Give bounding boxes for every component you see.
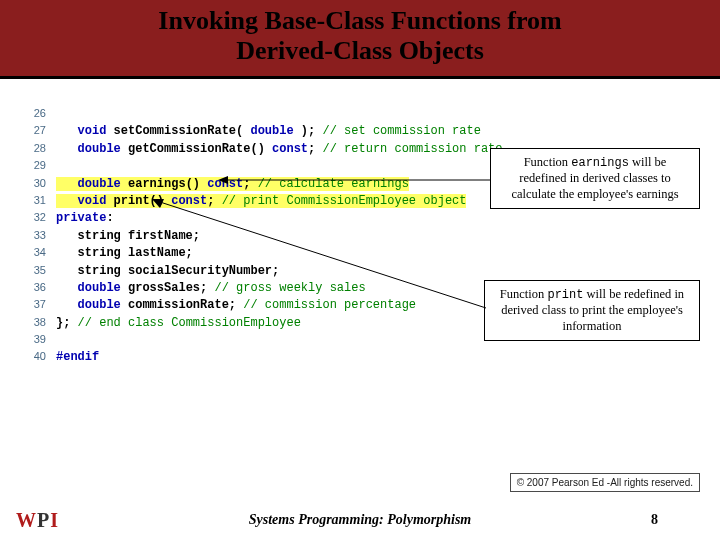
- callout-earnings: Function earnings will be redefined in d…: [490, 148, 700, 209]
- title-line-1: Invoking Base-Class Functions from: [158, 6, 561, 35]
- wpi-logo: WPI: [16, 509, 58, 532]
- title-bar: Invoking Base-Class Functions from Deriv…: [0, 0, 720, 79]
- slide-title: Invoking Base-Class Functions from Deriv…: [10, 6, 710, 66]
- footer: WPI Systems Programming: Polymorphism 8: [0, 500, 720, 540]
- copyright: © 2007 Pearson Ed -All rights reserved.: [510, 473, 700, 492]
- footer-title: Systems Programming: Polymorphism: [249, 512, 471, 528]
- callout-print: Function print will be redefined in deri…: [484, 280, 700, 341]
- page-number: 8: [651, 512, 658, 528]
- code-block: 26 27 void setCommissionRate( double ); …: [20, 106, 450, 367]
- title-line-2: Derived-Class Objects: [236, 36, 484, 65]
